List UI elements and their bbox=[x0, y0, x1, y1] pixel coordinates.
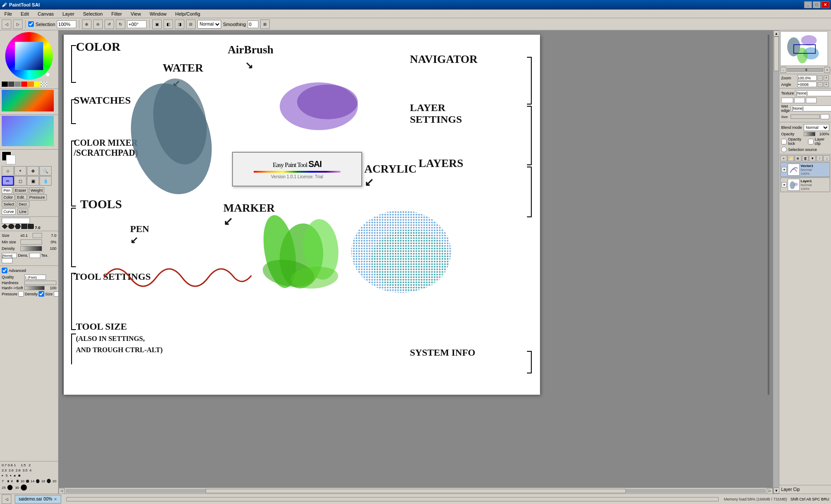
layer-new[interactable]: + bbox=[780, 155, 787, 161]
advanced-checkbox[interactable] bbox=[2, 268, 7, 273]
navigator-preview[interactable] bbox=[780, 31, 828, 66]
opt-edit[interactable]: Edit. bbox=[16, 194, 27, 200]
tb-btn-9[interactable]: ⊞ bbox=[260, 20, 270, 29]
layer-clip-check[interactable] bbox=[808, 139, 814, 144]
zoom-value-input[interactable] bbox=[797, 75, 817, 81]
tex-input[interactable] bbox=[2, 258, 13, 263]
blend-mode-select[interactable]: Normal bbox=[197, 20, 221, 29]
blou3-input[interactable] bbox=[806, 98, 817, 103]
smoothing-input[interactable] bbox=[248, 20, 258, 28]
layer-down[interactable]: ↓ bbox=[823, 155, 830, 161]
scroll-down[interactable]: ▼ bbox=[773, 488, 779, 494]
nav-zoom-out[interactable]: - bbox=[780, 67, 786, 73]
tool-select[interactable]: ⊹ bbox=[2, 166, 14, 176]
opt-pen[interactable]: Pen bbox=[2, 187, 12, 193]
size-35[interactable]: 16 bbox=[41, 479, 45, 483]
size-33[interactable]: 10 bbox=[20, 479, 24, 483]
hscroll-thumb[interactable] bbox=[206, 489, 626, 493]
swatch-gray1[interactable] bbox=[8, 82, 14, 87]
texture-input[interactable] bbox=[795, 90, 831, 96]
opt-eraser[interactable]: Eraser bbox=[13, 187, 28, 193]
tool-lasso[interactable]: ⌖ bbox=[14, 166, 26, 176]
menu-canvas[interactable]: Canvas bbox=[35, 10, 56, 17]
blou2-input[interactable] bbox=[794, 98, 805, 103]
size-small-slider[interactable] bbox=[791, 115, 820, 119]
opt-line[interactable]: Line bbox=[17, 209, 28, 215]
layer-merge[interactable]: ▼ bbox=[809, 155, 816, 161]
quality-input[interactable] bbox=[24, 275, 46, 280]
tb-btn-6[interactable]: ◧ bbox=[164, 20, 173, 29]
size-32[interactable]: 8 bbox=[11, 479, 15, 483]
swatch-orange[interactable] bbox=[28, 82, 34, 87]
size-slider[interactable] bbox=[33, 233, 42, 238]
swatches-canvas[interactable] bbox=[2, 90, 54, 111]
size-13[interactable]: 2.8 bbox=[16, 468, 22, 472]
zoom-btn-1[interactable]: ⊕ bbox=[82, 20, 92, 29]
brush-name-input[interactable] bbox=[2, 218, 30, 224]
size-02[interactable]: 0.8 bbox=[8, 463, 13, 467]
pressure-size-input[interactable] bbox=[54, 291, 58, 297]
swatch-pattern[interactable] bbox=[41, 82, 47, 87]
size-15[interactable]: 4 bbox=[29, 468, 35, 472]
dot-1[interactable] bbox=[2, 475, 3, 476]
size-04[interactable]: 1.5 bbox=[21, 463, 28, 467]
size-42[interactable]: 30 bbox=[15, 486, 19, 490]
opt-decr[interactable]: Decr. bbox=[17, 201, 29, 207]
tool-pen[interactable]: ✏ bbox=[2, 176, 14, 186]
layer-up[interactable]: ↑ bbox=[816, 155, 823, 161]
brush-shape-4[interactable] bbox=[21, 224, 27, 229]
size-31[interactable]: 7 bbox=[2, 479, 6, 483]
opacity-lock-check[interactable] bbox=[781, 139, 787, 144]
menu-layer[interactable]: Layer bbox=[60, 10, 77, 17]
tool-eyedrop[interactable]: 💧 bbox=[39, 176, 52, 186]
layer-copy[interactable]: ⊕ bbox=[795, 155, 802, 161]
brush-shape-5[interactable] bbox=[28, 224, 34, 229]
size-41[interactable]: 25 bbox=[2, 486, 6, 490]
density-slider[interactable] bbox=[20, 246, 42, 251]
tb-btn-7[interactable]: ◨ bbox=[175, 20, 184, 29]
swatch-yellow[interactable] bbox=[34, 82, 40, 87]
scroll-thumb[interactable] bbox=[774, 36, 779, 71]
layer-delete[interactable]: 🗑 bbox=[802, 155, 809, 161]
size-14[interactable]: 3.5 bbox=[23, 468, 29, 472]
scroll-up[interactable]: ▲ bbox=[773, 30, 779, 36]
menu-help[interactable]: Help/Config bbox=[173, 10, 203, 17]
file-tab-close[interactable]: ✕ bbox=[54, 497, 57, 501]
menu-filter[interactable]: Filter bbox=[109, 10, 124, 17]
menu-view[interactable]: View bbox=[128, 10, 144, 17]
size-34[interactable]: 14 bbox=[31, 479, 35, 483]
brush-shape-1[interactable] bbox=[2, 224, 8, 229]
size-12[interactable]: 2.6 bbox=[9, 468, 15, 472]
layer-layer1[interactable]: 👁 Layer1 Normal 100% bbox=[780, 177, 830, 192]
canvas-right-handle[interactable] bbox=[768, 35, 769, 395]
zoom-plus[interactable]: + bbox=[824, 75, 829, 81]
layer-folder[interactable]: 📁 bbox=[788, 155, 795, 161]
layer-eye-2[interactable]: 👁 bbox=[782, 182, 787, 187]
tool-eraser[interactable]: ◻ bbox=[14, 176, 26, 186]
wet-edge-input[interactable] bbox=[791, 105, 831, 111]
hscroll-right[interactable]: ▷ bbox=[767, 488, 773, 494]
nav-zoom-slider[interactable] bbox=[787, 68, 823, 72]
size-36[interactable]: 20 bbox=[52, 479, 56, 483]
pressure-density-check[interactable] bbox=[18, 291, 24, 297]
maximize-button[interactable]: □ bbox=[813, 1, 821, 8]
angle-value-input[interactable] bbox=[797, 82, 817, 87]
blend-mode-select-right[interactable]: Normal bbox=[804, 124, 829, 131]
opt-weight[interactable]: Weight bbox=[29, 187, 45, 193]
toolbar-btn-1[interactable]: ◁ bbox=[2, 20, 11, 29]
scroll-track[interactable] bbox=[773, 36, 779, 488]
tb-btn-8[interactable]: ⊟ bbox=[186, 20, 196, 29]
hard-soft-slider[interactable] bbox=[24, 286, 45, 290]
status-btn[interactable]: ◁ bbox=[2, 494, 11, 504]
file-tab[interactable]: saidemo.sai 00% ✕ bbox=[15, 495, 61, 504]
zoom-minus[interactable]: - bbox=[818, 75, 823, 81]
menu-file[interactable]: File bbox=[2, 10, 15, 17]
tb-btn-5[interactable]: ▣ bbox=[152, 20, 162, 29]
angle-plus[interactable]: + bbox=[824, 82, 829, 87]
opt-curve[interactable]: Curve bbox=[2, 209, 16, 215]
zoom-btn-4[interactable]: ↻ bbox=[116, 20, 125, 29]
main-canvas[interactable]: COLOR WATER ↙ AirBrush ↘ NAVIGATOR SWATC… bbox=[63, 35, 540, 395]
status-scrollbar[interactable] bbox=[66, 497, 719, 501]
min-size-slider[interactable] bbox=[20, 239, 42, 245]
nav-zoom-in[interactable]: + bbox=[824, 67, 830, 73]
